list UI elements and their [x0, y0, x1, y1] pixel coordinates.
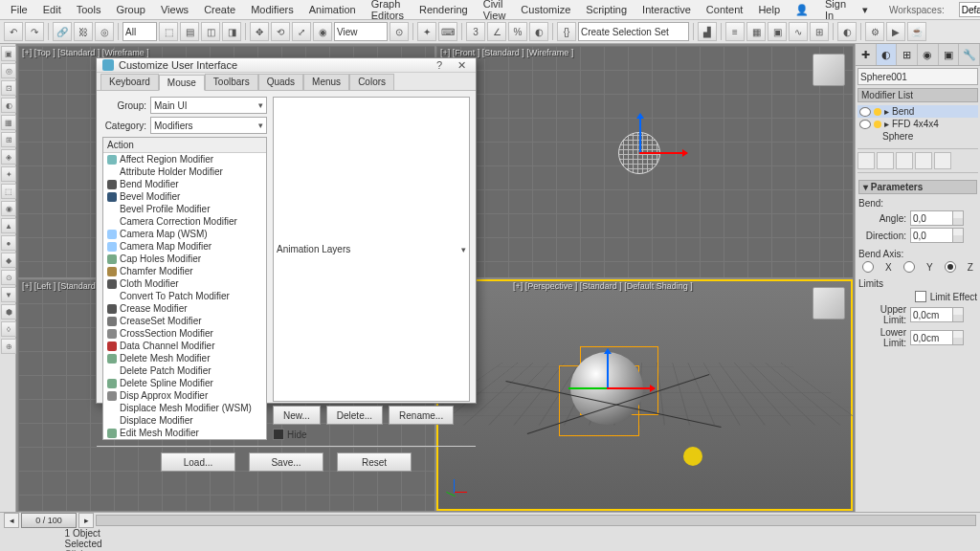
action-item[interactable]: Displace Modifier — [103, 414, 266, 427]
action-item[interactable]: Attribute Holder Modifier — [103, 165, 266, 178]
ref-coord-select[interactable]: View — [334, 22, 388, 41]
viewport-label[interactable]: [+] [Top ] [Standard ] [Wireframe ] — [22, 48, 149, 57]
action-item[interactable]: Cap Holes Modifier — [103, 253, 266, 265]
tab-create[interactable]: ✚ — [856, 44, 877, 65]
direction-spinner[interactable]: 0,0 — [910, 228, 964, 243]
tool-icon[interactable]: ◉ — [1, 201, 16, 216]
action-item[interactable]: CreaseSet Modifier — [103, 315, 266, 327]
rotate-button[interactable]: ⟲ — [271, 22, 290, 41]
viewport-label[interactable]: [+] [Front ] [Standard ] [Wireframe ] — [440, 48, 573, 57]
action-item[interactable]: Bevel Modifier — [103, 190, 266, 203]
action-item[interactable]: Affect Region Modifier — [103, 153, 266, 165]
align-button[interactable]: ≡ — [725, 22, 745, 41]
menu-tools[interactable]: Tools — [70, 2, 108, 17]
menu-content[interactable]: Content — [700, 2, 750, 17]
make-unique-icon[interactable] — [896, 152, 913, 169]
show-end-result-icon[interactable] — [877, 152, 894, 169]
action-item[interactable]: Crease Modifier — [103, 302, 266, 315]
menu-create[interactable]: Create — [197, 2, 242, 17]
menu-edit[interactable]: Edit — [36, 2, 68, 17]
tool-icon[interactable]: ▼ — [1, 287, 16, 302]
load-button[interactable]: Load... — [161, 452, 235, 472]
tab-keyboard[interactable]: Keyboard — [100, 74, 159, 90]
menu-help[interactable]: Help — [751, 2, 787, 17]
axis-x-radio[interactable] — [862, 261, 874, 273]
menu-civil-view[interactable]: Civil View — [477, 0, 513, 23]
unlink-button[interactable]: ⛓ — [74, 22, 93, 41]
tab-quads[interactable]: Quads — [258, 74, 303, 90]
bind-button[interactable]: ◎ — [95, 22, 114, 41]
angle-snap-button[interactable]: ∠ — [487, 22, 506, 41]
mirror-button[interactable]: ▟ — [698, 22, 717, 41]
tool-icon[interactable]: ⬢ — [1, 304, 16, 320]
tool-icon[interactable]: ⬚ — [1, 184, 16, 199]
workspace-select[interactable] — [959, 2, 980, 17]
stack-item-bend[interactable]: ▸ Bend — [858, 105, 978, 118]
tab-colors[interactable]: Colors — [349, 74, 394, 90]
tool-icon[interactable]: ✦ — [1, 166, 16, 182]
time-slider[interactable]: ◂ 0 / 100 ▸ — [0, 513, 980, 528]
tool-icon[interactable]: ◈ — [1, 149, 16, 165]
tab-modify[interactable]: ◐ — [877, 44, 898, 65]
render-button[interactable]: ☕ — [907, 22, 926, 41]
viewcube[interactable] — [813, 54, 845, 86]
tab-mouse[interactable]: Mouse — [159, 75, 205, 91]
action-item[interactable]: Displace Mesh Modifier (WSM) — [103, 402, 266, 414]
viewport-perspective[interactable]: [+] [Perspective ] [Standard ] [Default … — [436, 279, 853, 511]
tool-icon[interactable]: ◎ — [1, 63, 16, 78]
snap-button[interactable]: 3 — [466, 22, 485, 41]
action-item[interactable]: Camera Map (WSM) — [103, 228, 266, 240]
sign-in-button[interactable]: 👤 Sign In ▾ — [789, 0, 875, 23]
tool-icon[interactable]: ⊙ — [1, 270, 16, 285]
action-item[interactable]: Chamfer Modifier — [103, 265, 266, 277]
viewport-front[interactable]: [+] [Front ] [Standard ] [Wireframe ] — [436, 46, 853, 277]
menu-group[interactable]: Group — [109, 2, 152, 17]
menu-modifiers[interactable]: Modifiers — [244, 2, 301, 17]
action-item[interactable]: Data Channel Modifier — [103, 340, 266, 352]
close-button[interactable]: ✕ — [453, 58, 470, 72]
action-item[interactable]: Camera Correction Modifier — [103, 215, 266, 228]
menu-views[interactable]: Views — [154, 2, 195, 17]
render-setup-button[interactable]: ⚙ — [865, 22, 884, 41]
angle-spinner[interactable]: 0,0 — [910, 210, 964, 226]
object-name-field[interactable]: Sphere001 — [858, 68, 978, 85]
tab-utilities[interactable]: 🔧 — [959, 44, 980, 65]
action-item[interactable]: Edit Mesh Modifier — [103, 427, 266, 439]
action-item[interactable]: Bevel Profile Modifier — [103, 203, 266, 215]
new-button[interactable]: New... — [273, 406, 321, 425]
action-listbox[interactable]: Action Affect Region ModifierAttribute H… — [102, 137, 267, 440]
viewport-label[interactable]: [+] [Perspective ] [Standard ] [Default … — [513, 281, 693, 291]
rollout-title[interactable]: ▾ Parameters — [858, 180, 977, 194]
move-button[interactable]: ✥ — [250, 22, 269, 41]
render-frame-button[interactable]: ▶ — [886, 22, 905, 41]
selection-filter[interactable]: All — [122, 22, 157, 41]
action-item[interactable]: Cloth Modifier — [103, 277, 266, 290]
spinner-snap-button[interactable]: ◐ — [529, 22, 548, 41]
prev-frame-button[interactable]: ◂ — [4, 513, 19, 528]
redo-button[interactable]: ↷ — [25, 22, 44, 41]
modifier-list-dropdown[interactable]: Modifier List — [858, 88, 978, 102]
tab-display[interactable]: ▣ — [939, 44, 960, 65]
window-crossing-button[interactable]: ◨ — [222, 22, 241, 41]
selection-set-select[interactable]: Create Selection Set — [578, 22, 689, 41]
select-button[interactable]: ⬚ — [159, 22, 178, 41]
pin-stack-icon[interactable] — [858, 152, 875, 169]
modifier-stack[interactable]: ▸ Bend ▸ FFD 4x4x4 Sphere — [858, 105, 978, 143]
toggle-ribbon-button[interactable]: ▣ — [768, 22, 787, 41]
group-select[interactable]: Main UI — [150, 97, 267, 114]
scale-button[interactable]: ⤢ — [292, 22, 311, 41]
axis-z-radio[interactable] — [945, 261, 956, 273]
category-select[interactable]: Modifiers — [150, 117, 267, 134]
menu-customize[interactable]: Customize — [514, 2, 577, 17]
menu-interactive[interactable]: Interactive — [635, 2, 698, 17]
action-item[interactable]: Camera Map Modifier — [103, 240, 266, 253]
time-track[interactable] — [96, 515, 976, 526]
menu-scripting[interactable]: Scripting — [579, 2, 634, 17]
stack-item-sphere[interactable]: Sphere — [858, 130, 978, 143]
menu-graph-editors[interactable]: Graph Editors — [365, 0, 411, 23]
undo-button[interactable]: ↶ — [4, 22, 23, 41]
action-item[interactable]: Delete Mesh Modifier — [103, 352, 266, 364]
placement-button[interactable]: ◉ — [313, 22, 332, 41]
action-item[interactable]: Delete Spline Modifier — [103, 377, 266, 389]
action-item[interactable]: Bend Modifier — [103, 178, 266, 190]
